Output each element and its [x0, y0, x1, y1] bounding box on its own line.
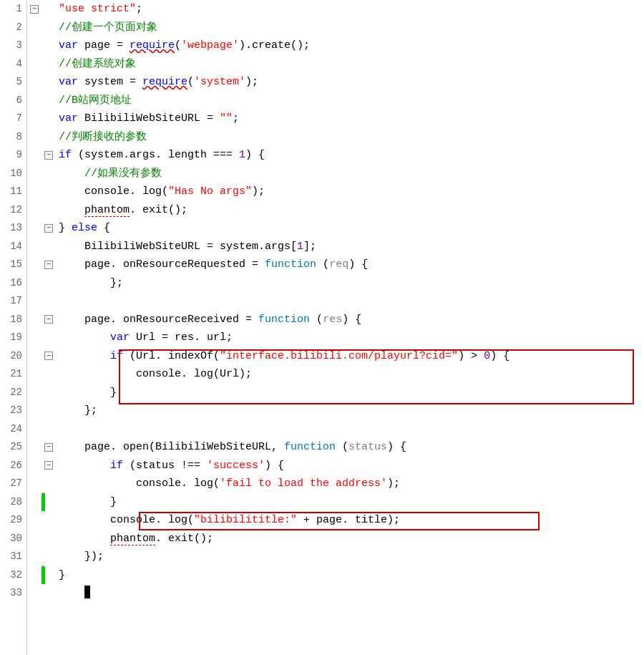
ln-6: 6 — [0, 92, 26, 110]
ln-13: 13 — [0, 219, 26, 238]
code-area: "use strict"; //创建一个页面对象 var page = requ… — [42, 0, 644, 655]
ln-18: 18 — [0, 311, 26, 329]
code-line-25[interactable]: − page. open(BilibiliWebSiteURL, functio… — [42, 438, 644, 457]
code-line-2: //创建一个页面对象 — [42, 19, 644, 37]
ln-2: 2 — [0, 19, 26, 37]
ln-10: 10 — [0, 165, 26, 183]
ln-7: 7 — [0, 110, 26, 128]
code-line-20[interactable]: − if (Url. indexOf("interface.bilibili.c… — [42, 347, 644, 366]
code-line-18[interactable]: − page. onResourceReceived = function (r… — [42, 311, 644, 329]
code-editor: 1 2 3 4 5 6 7 8 9 10 11 12 13 14 15 16 1… — [0, 0, 644, 655]
code-line-8: //判断接收的参数 — [42, 128, 644, 147]
code-line-9[interactable]: − if (system.args. length === 1) { — [42, 146, 644, 165]
code-line-12: phantom. exit(); — [42, 201, 644, 220]
code-line-13[interactable]: − } else { — [42, 219, 644, 238]
code-line-31: }); — [42, 548, 644, 566]
ln-3: 3 — [0, 37, 26, 55]
fold-gutter: − — [27, 0, 42, 655]
code-line-11: console. log("Has No args"); — [42, 183, 644, 201]
ln-28: 28 — [0, 493, 26, 512]
code-line-1: "use strict"; — [42, 0, 644, 19]
code-line-23: }; — [42, 402, 644, 420]
ln-29: 29 — [0, 511, 26, 530]
code-line-22: } — [42, 384, 644, 402]
code-line-15[interactable]: − page. onResourceRequested = function (… — [42, 256, 644, 274]
fold-9[interactable]: − — [27, 0, 42, 19]
fold-blank-4 — [27, 73, 42, 92]
ln-16: 16 — [0, 274, 26, 293]
ln-20: 20 — [0, 347, 26, 366]
code-line-10: //如果没有参数 — [42, 165, 644, 183]
fold-blank-6 — [27, 110, 42, 128]
code-line-19: var Url = res. url; — [42, 329, 644, 347]
ln-31: 31 — [0, 548, 26, 566]
code-line-17 — [42, 292, 644, 311]
code-line-28: } — [42, 493, 644, 512]
ln-1: 1 — [0, 0, 26, 19]
ln-26: 26 — [0, 457, 26, 475]
ln-30: 30 — [0, 530, 26, 548]
ln-33: 33 — [0, 584, 26, 603]
ln-23: 23 — [0, 402, 26, 420]
code-line-26[interactable]: − if (status !== 'success') { — [42, 457, 644, 475]
ln-27: 27 — [0, 475, 26, 493]
code-line-29: console. log("bilibilititle:" + page. ti… — [42, 511, 644, 530]
ln-24: 24 — [0, 420, 26, 439]
code-line-24 — [42, 420, 644, 439]
ln-5: 5 — [0, 73, 26, 92]
code-line-4: //创建系统对象 — [42, 55, 644, 74]
ln-17: 17 — [0, 292, 26, 311]
fold-blank-1 — [27, 19, 42, 37]
ln-32: 32 — [0, 566, 26, 585]
code-line-30: phantom. exit(); — [42, 530, 644, 548]
code-line-33 — [42, 584, 644, 603]
fold-blank-5 — [27, 92, 42, 110]
ln-15: 15 — [0, 256, 26, 274]
ln-11: 11 — [0, 183, 26, 201]
ln-12: 12 — [0, 201, 26, 220]
code-line-5: var system = require('system'); — [42, 73, 644, 92]
ln-19: 19 — [0, 329, 26, 347]
code-lines: "use strict"; //创建一个页面对象 var page = requ… — [42, 0, 644, 603]
code-line-6: //B站网页地址 — [42, 92, 644, 110]
fold-blank-3 — [27, 55, 42, 74]
code-line-27: console. log('fail to load the address')… — [42, 475, 644, 493]
ln-9: 9 — [0, 146, 26, 165]
ln-4: 4 — [0, 55, 26, 74]
fold-blank-7 — [27, 128, 42, 147]
code-line-16: }; — [42, 274, 644, 293]
code-line-14: BilibiliWebSiteURL = system.args[1]; — [42, 238, 644, 256]
code-line-21: console. log(Url); — [42, 365, 644, 384]
ln-8: 8 — [0, 128, 26, 147]
ln-25: 25 — [0, 438, 26, 457]
ln-14: 14 — [0, 238, 26, 256]
code-line-3: var page = require('webpage').create(); — [42, 37, 644, 55]
ln-21: 21 — [0, 365, 26, 384]
fold-blank-2 — [27, 37, 42, 55]
code-line-7: var BilibiliWebSiteURL = ""; — [42, 110, 644, 128]
ln-22: 22 — [0, 384, 26, 402]
line-numbers: 1 2 3 4 5 6 7 8 9 10 11 12 13 14 15 16 1… — [0, 0, 27, 655]
